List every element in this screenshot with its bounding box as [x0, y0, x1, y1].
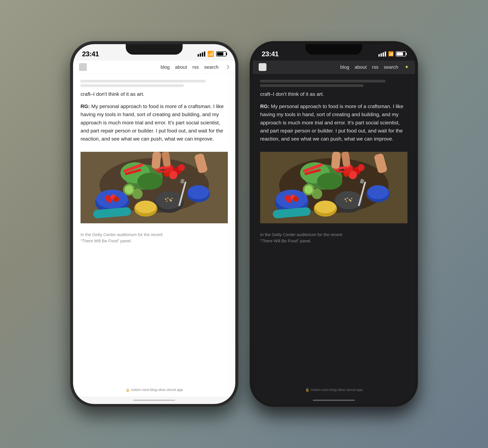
food-image-svg-light [80, 147, 228, 228]
craft-text-light: craft–I don't think of it as art. [80, 89, 228, 98]
home-indicator-light [73, 397, 235, 404]
notch-light [126, 44, 183, 55]
svg-point-24 [165, 198, 167, 200]
craft-text-dark: craft–I don't think of it as art. [260, 89, 408, 98]
svg-rect-79 [331, 152, 341, 169]
svg-point-67 [335, 191, 362, 209]
svg-point-31 [188, 185, 209, 199]
notch-dark [305, 44, 362, 55]
svg-point-65 [287, 198, 292, 203]
svg-point-5 [137, 173, 163, 190]
food-image-dark [260, 147, 408, 228]
signal-icon-light [198, 51, 205, 56]
svg-point-53 [358, 164, 365, 171]
battery-icon-dark [396, 51, 406, 56]
phone-dark: 23:41 📶 blog about rss s [250, 41, 418, 407]
nav-logo-light [79, 63, 87, 71]
url-text-dark: notion-next-blog-olive.vercel.app [311, 388, 363, 392]
nav-link-blog-dark[interactable]: blog [340, 64, 349, 70]
faded-text-1-dark [260, 80, 385, 82]
faded-text-1-light [80, 80, 206, 82]
svg-point-64 [293, 196, 299, 202]
bold-prefix-dark: RG: [260, 104, 269, 109]
nav-link-search-dark[interactable]: search [384, 64, 398, 70]
nav-link-blog-light[interactable]: blog [161, 64, 170, 70]
status-icons-light: 📶 [198, 51, 226, 56]
nav-link-rss-dark[interactable]: rss [372, 64, 378, 70]
svg-point-77 [315, 200, 336, 213]
svg-point-69 [347, 197, 348, 199]
nav-bar-dark: blog about rss search ✦ [253, 61, 415, 74]
svg-point-73 [350, 200, 352, 202]
content-dark: craft–I don't think of it as art. RG: My… [253, 74, 415, 384]
svg-point-21 [108, 198, 112, 203]
nav-link-about-dark[interactable]: about [355, 64, 367, 70]
caption-dark: In the Getty Center auditorium for the r… [260, 232, 408, 244]
status-time-dark: 23:41 [262, 50, 279, 58]
svg-point-75 [368, 185, 389, 199]
nav-bar-light: blog about rss search ☽ [73, 61, 235, 74]
paragraph-text-light: My personal approach to food is more of … [80, 104, 224, 142]
svg-point-28 [166, 200, 167, 202]
bold-prefix-light: RG: [80, 104, 90, 109]
home-indicator-bar-light [133, 400, 175, 401]
nav-link-rss-light[interactable]: rss [192, 64, 199, 70]
battery-icon-light [216, 51, 226, 56]
theme-toggle-icon-light[interactable]: ☽ [225, 64, 229, 70]
battery-fill-dark [397, 52, 403, 56]
home-indicator-dark [253, 397, 415, 404]
svg-point-27 [171, 198, 173, 199]
svg-point-25 [167, 197, 168, 199]
svg-point-33 [135, 200, 156, 213]
faded-text-2-dark [260, 84, 363, 87]
paragraph-dark: RG: My personal approach to food is more… [260, 102, 408, 143]
bottom-bar-dark: 🔒 notion-next-blog-olive.vercel.app [253, 384, 415, 397]
bottom-bar-light: 🔒 notion-next-blog-olive.vercel.app [73, 384, 235, 397]
status-time-light: 23:41 [82, 50, 99, 58]
food-image-light [80, 147, 228, 228]
status-icons-dark: 📶 [378, 51, 406, 56]
svg-point-59 [312, 189, 322, 199]
phone-light: 23:41 📶 blog about rss s [70, 41, 238, 407]
paragraph-text-dark: My personal approach to food is more of … [260, 104, 403, 142]
wifi-icon-dark: 📶 [388, 52, 394, 56]
screen-light: 23:41 📶 blog about rss s [73, 44, 235, 404]
nav-links-light: blog about rss search ☽ [91, 64, 229, 70]
signal-icon-dark [378, 51, 386, 56]
svg-rect-35 [151, 152, 161, 169]
svg-point-72 [346, 200, 347, 202]
battery-fill-light [217, 52, 223, 56]
svg-point-58 [304, 185, 313, 194]
lock-icon-light: 🔒 [125, 388, 130, 392]
svg-point-49 [317, 173, 342, 190]
nav-links-dark: blog about rss search ✦ [271, 64, 409, 70]
nav-logo-dark [259, 63, 266, 71]
svg-point-29 [170, 200, 172, 202]
url-bar-dark: 🔒 notion-next-blog-olive.vercel.app [305, 388, 363, 392]
svg-point-14 [125, 185, 133, 194]
svg-point-9 [178, 164, 185, 171]
nav-link-search-light[interactable]: search [204, 64, 219, 70]
svg-point-68 [344, 198, 346, 200]
theme-toggle-icon-dark[interactable]: ✦ [404, 64, 409, 70]
svg-point-71 [351, 198, 352, 199]
lock-icon-dark: 🔒 [305, 388, 310, 392]
nav-link-about-light[interactable]: about [175, 64, 187, 70]
caption-light: In the Getty Center auditorium for the r… [80, 232, 228, 244]
url-bar-light: 🔒 notion-next-blog-olive.vercel.app [125, 388, 183, 392]
svg-point-15 [132, 189, 143, 199]
home-indicator-bar-dark [313, 400, 355, 401]
content-light: craft–I don't think of it as art. RG: My… [73, 74, 235, 384]
url-text-light: notion-next-blog-olive.vercel.app [131, 388, 183, 392]
paragraph-light: RG: My personal approach to food is more… [80, 102, 228, 143]
svg-point-20 [114, 196, 119, 202]
faded-text-2-light [80, 84, 184, 87]
wifi-icon-light: 📶 [207, 51, 214, 56]
food-image-svg-dark [260, 147, 408, 228]
screen-dark: 23:41 📶 blog about rss s [253, 44, 415, 404]
svg-point-23 [155, 191, 183, 209]
